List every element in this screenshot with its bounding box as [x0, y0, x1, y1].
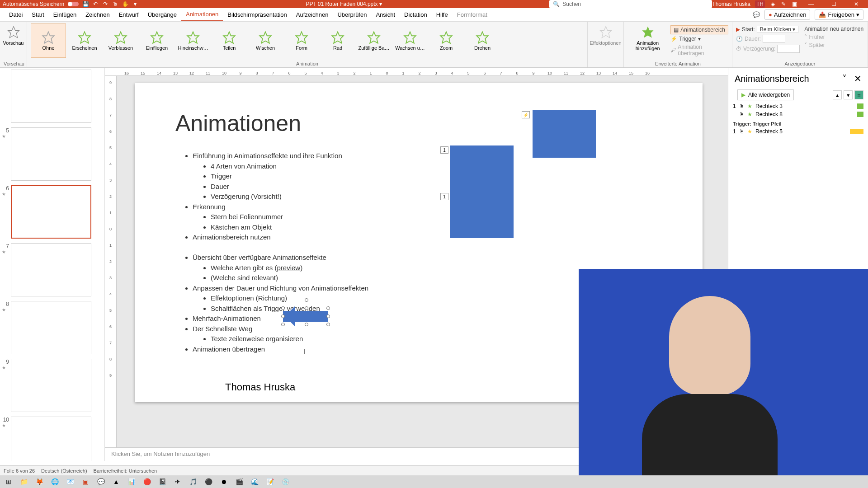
powerpoint-icon[interactable]: ▣	[79, 476, 92, 487]
app6-icon[interactable]: 🎬	[232, 476, 246, 487]
rectangle-3[interactable]	[450, 145, 514, 193]
start-dropdown[interactable]: Beim Klicken ▾	[757, 26, 799, 33]
mouse-icon[interactable]: 🖱	[112, 1, 118, 7]
record-button[interactable]: ●Aufzeichnen	[764, 9, 810, 20]
anim-erscheinen[interactable]: Erscheinen	[67, 23, 102, 58]
app-icon[interactable]: 💬	[94, 476, 108, 487]
tab-bildschirm[interactable]: Bildschirmpräsentation	[223, 9, 292, 21]
tab-aufzeichnen[interactable]: Aufzeichnen	[292, 9, 333, 21]
tab-ansicht[interactable]: Ansicht	[371, 9, 400, 21]
anim-teilen[interactable]: Teilen	[212, 23, 247, 58]
move-up-icon[interactable]: ▴	[833, 90, 842, 99]
tab-dictation[interactable]: Dictation	[400, 9, 432, 21]
move-earlier-button[interactable]: ˄Früher	[804, 33, 863, 41]
chevron-down-icon[interactable]: ▾	[379, 1, 382, 7]
anim-item[interactable]: 🖱★Rechteck 8	[728, 110, 868, 118]
anim-ohne[interactable]: Ohne	[31, 23, 66, 58]
anim-hineinschw…[interactable]: Hineinschw…	[175, 23, 211, 58]
anim-tag-lightning[interactable]: ⚡	[522, 111, 530, 118]
anim-drehen[interactable]: Drehen	[465, 23, 500, 58]
anim-zoom[interactable]: Zoom	[429, 23, 464, 58]
vlc-icon[interactable]: ▲	[109, 476, 123, 487]
trigger-button[interactable]: ⚡Trigger ▾	[670, 35, 728, 42]
explorer-icon[interactable]: 📁	[17, 476, 31, 487]
rectangle-8[interactable]	[533, 110, 596, 158]
diamond-icon[interactable]: ◈	[769, 1, 776, 7]
move-down-icon[interactable]: ▾	[844, 90, 853, 99]
minimize-button[interactable]: —	[802, 0, 820, 8]
app4-icon[interactable]: 🎵	[186, 476, 200, 487]
slide-thumbnails[interactable]: 5★6★7★8★9★10★11★	[0, 68, 105, 461]
anim-zufällige ba…[interactable]: Zufällige Ba…	[356, 23, 392, 58]
redo-icon[interactable]: ↷	[102, 1, 108, 7]
slide-title[interactable]: Animationen	[175, 110, 301, 136]
anim-tag-1b[interactable]: 1	[440, 193, 448, 200]
tab-uebergaenge[interactable]: Übergänge	[143, 9, 181, 21]
user-name[interactable]: Thomas Hruska	[712, 1, 750, 7]
tab-zeichnen[interactable]: Zeichnen	[81, 9, 114, 21]
chevron-down-icon[interactable]: ˅	[842, 74, 847, 84]
thumbnail-7[interactable]	[11, 243, 91, 296]
user-avatar[interactable]: TH	[755, 0, 765, 8]
tab-start[interactable]: Start	[27, 9, 48, 21]
obs-icon[interactable]: ⚫	[202, 476, 215, 487]
anim-wachsen u…[interactable]: Wachsen u…	[392, 23, 428, 58]
tab-ueberpruefen[interactable]: Überprüfen	[333, 9, 371, 21]
chrome-icon[interactable]: 🌐	[48, 476, 61, 487]
tab-formformat[interactable]: Formformat	[453, 9, 492, 21]
tab-animationen[interactable]: Animationen	[181, 8, 223, 21]
telegram-icon[interactable]: ✈	[171, 476, 184, 487]
accessibility-label[interactable]: Barrierefreiheit: Untersuchen	[94, 468, 157, 474]
app5-icon[interactable]: ⏺	[217, 476, 231, 487]
autosave-toggle[interactable]	[68, 2, 79, 6]
anim-verblassen[interactable]: Verblassen	[103, 23, 138, 58]
thumbnail-9[interactable]	[11, 359, 91, 412]
anim-item[interactable]: 1🖱★Rechteck 3	[728, 102, 868, 110]
touch-icon[interactable]: ✋	[122, 1, 128, 7]
thumbnail-8[interactable]	[11, 301, 91, 354]
arrow-shape-selected[interactable]: I	[283, 308, 328, 324]
edge-icon[interactable]: 🌊	[248, 476, 261, 487]
tab-datei[interactable]: Datei	[5, 9, 27, 21]
thumbnail-5[interactable]	[11, 127, 91, 181]
maximize-button[interactable]: ☐	[825, 0, 843, 8]
app2-icon[interactable]: 📊	[125, 476, 138, 487]
undo-icon[interactable]: ↶	[92, 1, 99, 7]
add-animation-button[interactable]: Animation hinzufügen	[627, 23, 668, 57]
search-box[interactable]: 🔍 Suchen	[549, 0, 712, 8]
onenote-icon[interactable]: 📓	[156, 476, 169, 487]
language-label[interactable]: Deutsch (Österreich)	[41, 468, 87, 474]
thumbnail-10[interactable]	[11, 417, 91, 461]
anim-tag-1a[interactable]: 1	[440, 146, 448, 154]
share-button[interactable]: 📤Freigeben ▾	[815, 9, 863, 20]
tab-einfuegen[interactable]: Einfügen	[49, 9, 81, 21]
preview-button[interactable]: Vorschau	[4, 23, 23, 47]
save-icon[interactable]: 💾	[82, 1, 89, 7]
anim-wischen[interactable]: Wischen	[248, 23, 283, 58]
file-name[interactable]: PPT 01 Roter Faden 004.pptx	[306, 1, 377, 7]
rectangle-5[interactable]	[450, 193, 514, 238]
firefox-icon[interactable]: 🦊	[33, 476, 46, 487]
app3-icon[interactable]: 🔴	[140, 476, 154, 487]
dropdown-icon[interactable]: ▾	[132, 1, 138, 7]
timeline-icon[interactable]: ≡	[854, 90, 863, 99]
anim-einfliegen[interactable]: Einfliegen	[139, 23, 175, 58]
app8-icon[interactable]: 💿	[278, 476, 292, 487]
tab-hilfe[interactable]: Hilfe	[432, 9, 453, 21]
duration-spinner[interactable]	[763, 35, 785, 43]
slide-author[interactable]: Thomas Hruska	[225, 381, 295, 393]
anim-rad[interactable]: Rad	[320, 23, 355, 58]
anim-item[interactable]: 1🖱★Rechteck 5	[728, 127, 868, 136]
delay-spinner[interactable]	[777, 45, 800, 53]
move-later-button[interactable]: ˅Später	[804, 42, 863, 49]
effect-options-button[interactable]: Effektoptionen	[591, 23, 620, 47]
slide-counter[interactable]: Folie 6 von 26	[4, 468, 35, 474]
anim-form[interactable]: Form	[284, 23, 319, 58]
app7-icon[interactable]: 📝	[263, 476, 277, 487]
window-icon[interactable]: ▣	[791, 1, 797, 7]
thumbnail-[interactable]	[11, 70, 91, 123]
animation-painter-button[interactable]: 🖌Animation übertragen	[670, 43, 728, 57]
play-all-button[interactable]: ▶Alle wiedergeben	[737, 89, 794, 100]
tab-entwurf[interactable]: Entwurf	[114, 9, 143, 21]
close-pane-icon[interactable]: ✕	[854, 74, 862, 84]
